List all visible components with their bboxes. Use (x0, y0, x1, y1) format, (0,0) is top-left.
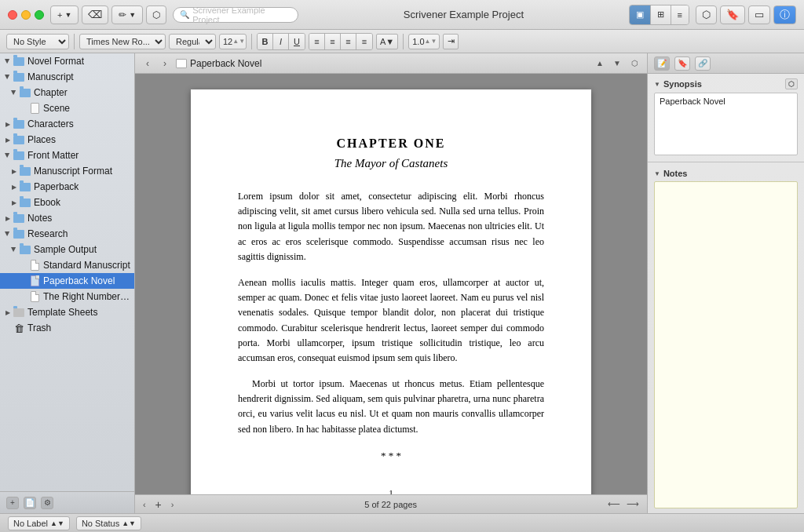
align-center-button[interactable]: ≡ (325, 34, 341, 49)
inspector-link-tab[interactable]: 🔗 (695, 56, 711, 71)
doc-icon (28, 260, 41, 271)
line-spacing-box[interactable]: 1.0 ▲▼ (408, 34, 440, 49)
add-button[interactable]: + ▼ (50, 5, 79, 24)
status-dropdown[interactable]: No Status ▲▼ (76, 516, 141, 530)
sidebar-item-scene[interactable]: ▶ Scene (0, 100, 134, 116)
folder-icon (19, 87, 31, 98)
sidebar-item-places[interactable]: ▶ Places (0, 132, 134, 148)
inspector-notes-tab[interactable]: 📝 (654, 56, 670, 71)
zoom-in-button[interactable]: ⟶ (627, 499, 639, 509)
align-right-button[interactable]: ≡ (341, 34, 356, 49)
synopsis-content[interactable]: Paperback Novel (654, 93, 798, 155)
sidebar-item-label: Novel Format (27, 56, 84, 67)
back-nav-button[interactable]: ‹ (141, 57, 154, 70)
next-page-button[interactable]: › (171, 500, 174, 509)
view-cork-button[interactable]: ⊞ (651, 5, 671, 24)
synopsis-label: Synopsis (663, 79, 702, 89)
sidebar-item-template-sheets[interactable]: ▶ Template Sheets (0, 304, 134, 320)
synopsis-image-button[interactable]: ⬡ (785, 78, 798, 89)
folder-icon (13, 134, 25, 145)
inspector-bookmark-tab[interactable]: 🔖 (674, 56, 690, 71)
toolbar-right: ⬡ 🔖 ▭ ⓘ (696, 5, 796, 24)
window-controls[interactable] (8, 10, 44, 20)
sidebar-item-trash[interactable]: ▶ 🗑 Trash (0, 320, 134, 336)
split-view-button[interactable]: ⬡ (628, 57, 641, 70)
share-button[interactable]: ⬡ (146, 5, 166, 24)
sidebar-item-label: Research (27, 228, 68, 239)
add-doc-button[interactable]: 📄 (24, 497, 36, 509)
sidebar-item-notes[interactable]: ▶ Notes (0, 210, 134, 226)
underline-button[interactable]: U (289, 34, 305, 49)
add-folder-button[interactable]: + (6, 497, 19, 509)
window-left-button[interactable]: ▭ (748, 5, 770, 24)
trash-icon: 🗑 (13, 322, 25, 333)
settings-button[interactable]: ⚙ (41, 497, 53, 509)
sidebar-item-characters[interactable]: ▶ Characters (0, 116, 134, 132)
synopsis-header: ▼ Synopsis ⬡ (654, 78, 798, 89)
sidebar-item-label: Notes (27, 213, 52, 224)
view-outline-button[interactable]: ≡ (671, 5, 689, 24)
main-area: ▶ Novel Format ▶ Manuscript ▶ Chapter ▶ … (0, 53, 804, 513)
expand-arrow: ▶ (9, 182, 19, 191)
sidebar-item-chapter[interactable]: ▶ Chapter (0, 85, 134, 100)
nav-down-button[interactable]: ▼ (611, 57, 623, 70)
info-button[interactable]: ⓘ (773, 5, 796, 24)
close-button[interactable] (8, 10, 17, 20)
sidebar-item-ebook[interactable]: ▶ Ebook (0, 195, 134, 210)
sidebar-item-label: Manuscript Format (34, 166, 112, 177)
folder-icon (19, 166, 31, 177)
sidebar-item-front-matter[interactable]: ▶ Front Matter (0, 148, 134, 163)
sidebar-item-paperback-novel[interactable]: ▶ Paperback Novel (0, 273, 134, 289)
minimize-button[interactable] (21, 10, 31, 20)
maximize-button[interactable] (35, 10, 44, 20)
page-body[interactable]: Lorem ipsum dolor sit amet, consectetur … (238, 189, 544, 465)
search-input[interactable]: 🔍 Scrivener Example Project (173, 7, 298, 23)
add-page-button[interactable]: + (152, 498, 165, 511)
sidebar-item-label: Paperback Novel (43, 275, 115, 286)
copy-button[interactable]: ⬡ (696, 5, 717, 24)
page-editor[interactable]: CHAPTER ONE The Mayor of Castanets Lorem… (135, 74, 647, 494)
view-single-button[interactable]: ▣ (630, 5, 651, 24)
italic-button[interactable]: I (273, 34, 289, 49)
align-left-button[interactable]: ≡ (309, 34, 325, 49)
sidebar-item-research[interactable]: ▶ Research (0, 226, 134, 242)
paragraph-2: Aenean mollis iaculis mattis. Integer qu… (238, 275, 544, 366)
font-size-box[interactable]: 12 ▲▼ (219, 34, 247, 49)
prev-page-button[interactable]: ‹ (143, 500, 146, 509)
sidebar-item-manuscript[interactable]: ▶ Manuscript (0, 69, 134, 85)
expand-arrow: ▶ (9, 245, 19, 254)
sidebar-item-label: Front Matter (27, 150, 79, 161)
forward-nav-button[interactable]: › (159, 57, 171, 70)
sidebar-item-right-number[interactable]: ▶ The Right Number of Cups - (0, 289, 134, 304)
bookmark-button[interactable]: 🔖 (720, 5, 745, 24)
paragraph-3: Morbi ut tortor ipsum. Maecenas ut rhonc… (238, 377, 544, 437)
window-title: Scrivener Example Project (305, 9, 622, 20)
sidebar-item-label: Manuscript (27, 71, 74, 82)
sidebar-item-standard-manuscript[interactable]: ▶ Standard Manuscript (0, 257, 134, 273)
text-extra-button[interactable]: A▼ (376, 34, 398, 49)
zoom-out-button[interactable]: ⟵ (608, 499, 620, 509)
expand-arrow: ▶ (9, 198, 19, 207)
label-dropdown[interactable]: No Label ▲▼ (8, 516, 70, 530)
sidebar-item-manuscript-format[interactable]: ▶ Manuscript Format (0, 163, 134, 179)
sidebar-item-sample-output[interactable]: ▶ Sample Output (0, 242, 134, 257)
sidebar-item-paperback[interactable]: ▶ Paperback (0, 179, 134, 195)
notes-content[interactable] (654, 181, 798, 508)
inspector: 📝 🔖 🔗 ▼ Synopsis ⬡ Paperback Novel ▼ Not… (647, 53, 804, 513)
align-justify-button[interactable]: ≡ (356, 34, 372, 49)
view-toggle: ▣ ⊞ ≡ (629, 5, 689, 25)
delete-button[interactable]: ⌫ (82, 5, 108, 24)
sidebar-item-novel-format[interactable]: ▶ Novel Format (0, 53, 134, 69)
nav-up-button[interactable]: ▲ (594, 57, 606, 70)
editor-area: ‹ › Paperback Novel ▲ ▼ ⬡ CHAPTER ONE Th… (135, 53, 647, 513)
folder-icon (13, 56, 25, 67)
indent-button[interactable]: ⇥ (443, 34, 459, 49)
toolbar-left: + ▼ ⌫ ✏ ▼ ⬡ (50, 5, 166, 24)
font-name-select[interactable]: Times New Ro... (79, 34, 166, 49)
chapter-title: CHAPTER ONE (238, 137, 544, 151)
edit-button[interactable]: ✏ ▼ (111, 5, 143, 24)
style-select[interactable]: No Style (6, 34, 69, 49)
folder-icon (19, 197, 31, 208)
font-style-select[interactable]: Regular (169, 34, 216, 49)
bold-button[interactable]: B (258, 34, 273, 49)
